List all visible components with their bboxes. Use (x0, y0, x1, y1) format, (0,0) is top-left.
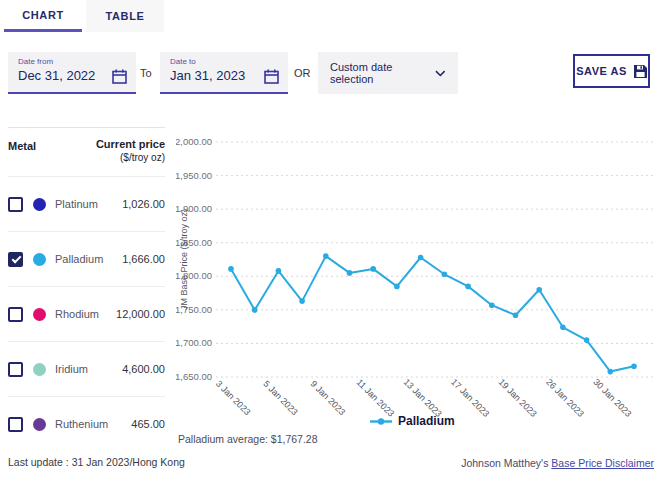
legend-line-marker-icon (370, 417, 392, 426)
calendar-icon[interactable] (264, 69, 279, 84)
save-as-button[interactable]: SAVE AS (573, 54, 650, 88)
data-point[interactable] (418, 255, 424, 261)
metal-checkbox-iridium[interactable] (8, 362, 23, 377)
metal-name-rhodium: Rhodium (55, 308, 99, 320)
tab-table[interactable]: TABLE (86, 0, 164, 32)
data-point[interactable] (370, 266, 376, 272)
date-to-value: Jan 31, 2023 (170, 68, 278, 83)
metal-color-dot-palladium (33, 253, 46, 266)
metal-row-iridium: Iridium4,600.00 (8, 341, 165, 396)
calendar-icon[interactable] (112, 69, 127, 84)
chevron-down-icon (435, 70, 446, 77)
metal-price-ruthenium: 465.00 (131, 418, 165, 430)
metal-row-ruthenium: Ruthenium465.00 (8, 396, 165, 451)
data-point[interactable] (608, 369, 614, 375)
date-to-input[interactable]: Date to Jan 31, 2023 (160, 52, 288, 94)
metal-checkbox-platinum[interactable] (8, 197, 23, 212)
date-from-label: Date from (18, 57, 126, 66)
metal-column-header: Metal (8, 138, 36, 164)
metal-price-palladium: 1,666.00 (122, 253, 165, 265)
metal-name-ruthenium: Ruthenium (55, 418, 108, 430)
disclaimer-footer: Johnson Matthey's Base Price Disclaimer (461, 457, 654, 469)
price-column-header: Current price ($/troy oz) (96, 138, 165, 164)
price-header-line1: Current price (96, 138, 165, 150)
metal-checkbox-rhodium[interactable] (8, 307, 23, 322)
x-tick-label: 13 Jan 2023 (402, 377, 444, 419)
metal-row-rhodium: Rhodium12,000.00 (8, 286, 165, 341)
price-line-series (231, 256, 634, 372)
data-point[interactable] (442, 272, 448, 278)
metal-color-dot-platinum (33, 198, 46, 211)
data-point[interactable] (560, 325, 566, 331)
x-tick-label: 17 Jan 2023 (449, 377, 491, 419)
legend-label: Palladium (398, 414, 455, 428)
x-tick-label: 9 Jan 2023 (309, 379, 348, 418)
data-point[interactable] (323, 253, 329, 259)
metal-color-dot-rhodium (33, 308, 46, 321)
x-tick-label: 3 Jan 2023 (214, 379, 253, 418)
data-point[interactable] (228, 266, 234, 272)
average-note: Palladium average: $1,767.28 (178, 433, 318, 445)
x-tick-label: 26 Jan 2023 (544, 377, 586, 419)
data-point[interactable] (489, 302, 495, 308)
last-update-text: Last update : 31 Jan 2023/Hong Kong (8, 456, 185, 468)
date-from-input[interactable]: Date from Dec 31, 2022 (8, 52, 136, 94)
data-point[interactable] (536, 287, 542, 293)
data-point[interactable] (252, 307, 258, 313)
metal-color-dot-iridium (33, 363, 46, 376)
data-point[interactable] (299, 298, 305, 304)
metal-checkbox-palladium[interactable] (8, 252, 23, 267)
x-tick-label: 19 Jan 2023 (497, 377, 539, 419)
y-tick-label: 1,700.00 (176, 337, 212, 348)
save-icon (634, 65, 647, 78)
metal-price-platinum: 1,026.00 (122, 198, 165, 210)
metal-price-iridium: 4,600.00 (122, 363, 165, 375)
data-point[interactable] (276, 268, 282, 274)
data-point[interactable] (465, 284, 471, 290)
tab-chart[interactable]: CHART (4, 0, 82, 32)
metal-name-iridium: Iridium (55, 363, 88, 375)
metal-price-rhodium: 12,000.00 (116, 308, 165, 320)
data-point[interactable] (394, 284, 400, 290)
metal-name-platinum: Platinum (55, 198, 98, 210)
y-tick-label: 1,650.00 (176, 371, 212, 382)
x-tick-label: 11 Jan 2023 (355, 377, 397, 419)
x-tick-label: 5 Jan 2023 (261, 379, 300, 418)
custom-date-selection-dropdown[interactable]: Custom date selection (318, 52, 458, 94)
palladium-price-chart: 2,000.001,950.001,900.001,850.001,800.00… (176, 134, 658, 446)
custom-date-selection-value: Custom date selection (330, 61, 435, 85)
metal-table-header: Metal Current price ($/troy oz) (8, 128, 165, 176)
metal-sidebar: Metal Current price ($/troy oz) Platinum… (8, 127, 165, 451)
metal-list: Platinum1,026.00Palladium1,666.00Rhodium… (8, 176, 165, 451)
x-tick-label: 30 Jan 2023 (591, 377, 633, 419)
metal-name-palladium: Palladium (55, 253, 103, 265)
y-tick-label: 2,000.00 (176, 136, 212, 147)
to-label: To (140, 67, 152, 79)
y-tick-label: 1,950.00 (176, 170, 212, 181)
metal-row-palladium: Palladium1,666.00 (8, 231, 165, 286)
legend-palladium[interactable]: Palladium (370, 414, 455, 428)
base-price-disclaimer-link[interactable]: Base Price Disclaimer (551, 457, 654, 469)
save-as-label: SAVE AS (576, 65, 627, 77)
data-point[interactable] (347, 270, 353, 276)
data-point[interactable] (513, 312, 519, 318)
price-header-line2: ($/troy oz) (96, 152, 165, 165)
y-axis-title: JM Base Price ($/troy oz) (179, 209, 189, 310)
disclaimer-prefix: Johnson Matthey's (461, 457, 551, 469)
data-point[interactable] (584, 337, 590, 343)
tabstrip: CHART TABLE (0, 0, 660, 32)
metal-row-platinum: Platinum1,026.00 (8, 176, 165, 231)
metal-color-dot-ruthenium (33, 418, 46, 431)
filter-bar: Date from Dec 31, 2022 To Date to Jan 31… (0, 52, 660, 96)
or-label: OR (294, 67, 311, 79)
data-point[interactable] (631, 364, 637, 370)
date-from-value: Dec 31, 2022 (18, 68, 126, 83)
chart-svg: 2,000.001,950.001,900.001,850.001,800.00… (176, 134, 658, 446)
metal-checkbox-ruthenium[interactable] (8, 417, 23, 432)
date-to-label: Date to (170, 57, 278, 66)
